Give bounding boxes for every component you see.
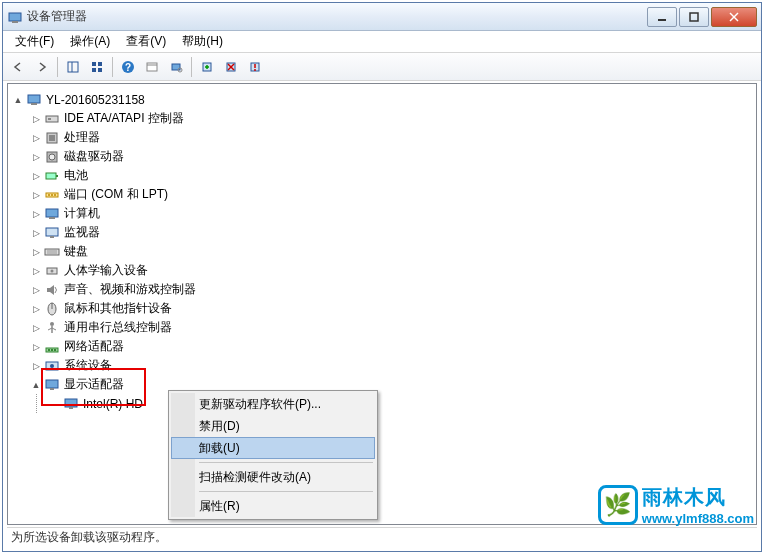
tree-node[interactable]: ▷IDE ATA/ATAPI 控制器 (30, 109, 752, 128)
tree-node[interactable]: ▷系统设备 (30, 356, 752, 375)
expand-icon[interactable]: ▷ (30, 303, 42, 315)
expand-icon[interactable]: ▷ (30, 132, 42, 144)
svg-point-37 (54, 194, 56, 196)
tree-node[interactable]: ▷端口 (COM 和 LPT) (30, 185, 752, 204)
menu-view[interactable]: 查看(V) (118, 31, 174, 52)
view-icon-button[interactable] (86, 56, 108, 78)
device-category-icon (44, 206, 60, 222)
help-button[interactable]: ? (117, 56, 139, 78)
expand-icon[interactable]: ▷ (30, 170, 42, 182)
collapse-icon[interactable]: ▲ (12, 94, 24, 106)
menu-file[interactable]: 文件(F) (7, 31, 62, 52)
collapse-icon[interactable]: ▲ (30, 379, 42, 391)
watermark-brand: 雨林木风 (642, 484, 754, 511)
tree-node[interactable]: ▷计算机 (30, 204, 752, 223)
node-label: 显示适配器 (64, 376, 124, 393)
maximize-button[interactable] (679, 7, 709, 27)
expand-icon[interactable]: ▷ (30, 284, 42, 296)
expand-icon[interactable]: ▷ (30, 360, 42, 372)
expand-icon[interactable]: ▷ (30, 227, 42, 239)
close-button[interactable] (711, 7, 757, 27)
expand-icon[interactable]: ▷ (30, 189, 42, 201)
root-label: YL-201605231158 (46, 93, 145, 107)
tree-root[interactable]: ▲ YL-201605231158 (12, 90, 752, 109)
tree-node[interactable]: ▷鼠标和其他指针设备 (30, 299, 752, 318)
node-label: 处理器 (64, 129, 100, 146)
expand-icon[interactable]: ▷ (30, 341, 42, 353)
menu-action[interactable]: 操作(A) (62, 31, 118, 52)
svg-rect-25 (31, 103, 37, 105)
tree-node[interactable]: ▷人体学输入设备 (30, 261, 752, 280)
node-label: IDE ATA/ATAPI 控制器 (64, 110, 184, 127)
expand-icon[interactable]: ▷ (30, 151, 42, 163)
device-category-icon (44, 225, 60, 241)
ctx-properties[interactable]: 属性(R) (171, 495, 375, 517)
status-text: 为所选设备卸载该驱动程序。 (11, 529, 167, 546)
tree-node[interactable]: ▷网络适配器 (30, 337, 752, 356)
node-label: 系统设备 (64, 357, 112, 374)
watermark-logo-icon: 🌿 (598, 485, 638, 525)
properties-button[interactable] (141, 56, 163, 78)
expand-icon[interactable]: ▷ (30, 208, 42, 220)
expand-icon[interactable]: ▷ (30, 322, 42, 334)
tree-node[interactable]: ▷键盘 (30, 242, 752, 261)
app-icon (7, 9, 23, 25)
svg-point-49 (50, 322, 54, 326)
node-label: 网络适配器 (64, 338, 124, 355)
device-category-icon (44, 282, 60, 298)
menu-help[interactable]: 帮助(H) (174, 31, 231, 52)
menubar: 文件(F) 操作(A) 查看(V) 帮助(H) (3, 31, 761, 53)
node-label: 电池 (64, 167, 88, 184)
node-label: 人体学输入设备 (64, 262, 148, 279)
svg-point-31 (49, 154, 55, 160)
svg-rect-29 (49, 135, 55, 141)
ctx-disable[interactable]: 禁用(D) (171, 415, 375, 437)
forward-button[interactable] (31, 56, 53, 78)
statusbar: 为所选设备卸载该驱动程序。 (7, 527, 757, 547)
svg-rect-10 (92, 68, 96, 72)
expand-icon[interactable]: ▷ (30, 113, 42, 125)
computer-icon (26, 92, 42, 108)
node-label: Intel(R) HD (83, 397, 143, 411)
node-label: 鼠标和其他指针设备 (64, 300, 172, 317)
titlebar: 设备管理器 (3, 3, 761, 31)
show-hide-button[interactable] (62, 56, 84, 78)
scan-button[interactable] (165, 56, 187, 78)
tree-node[interactable]: ▷磁盘驱动器 (30, 147, 752, 166)
svg-rect-55 (51, 349, 53, 351)
expand-icon[interactable]: ▷ (30, 265, 42, 277)
svg-point-36 (51, 194, 53, 196)
device-category-icon (44, 320, 60, 336)
toolbar: ? (3, 53, 761, 81)
ctx-update-driver[interactable]: 更新驱动程序软件(P)... (171, 393, 375, 415)
device-category-icon (44, 130, 60, 146)
tree-node[interactable]: ▷声音、视频和游戏控制器 (30, 280, 752, 299)
tree-node-intel-hd[interactable]: ▷Intel(R) HD (49, 394, 752, 413)
tree-node-display-adapter[interactable]: ▲显示适配器 (30, 375, 752, 394)
device-category-icon (44, 187, 60, 203)
uninstall-button[interactable] (220, 56, 242, 78)
tree-node[interactable]: ▷电池 (30, 166, 752, 185)
watermark-url: www.ylmf888.com (642, 511, 754, 526)
svg-rect-26 (46, 116, 58, 122)
svg-point-23 (254, 69, 256, 71)
tree-node[interactable]: ▷处理器 (30, 128, 752, 147)
update-driver-button[interactable] (196, 56, 218, 78)
svg-rect-40 (46, 228, 58, 236)
svg-rect-38 (46, 209, 58, 217)
disable-button[interactable] (244, 56, 266, 78)
toolbar-separator (57, 57, 58, 77)
svg-rect-60 (50, 388, 54, 390)
svg-rect-14 (147, 63, 157, 71)
minimize-button[interactable] (647, 7, 677, 27)
tree-node[interactable]: ▷通用串行总线控制器 (30, 318, 752, 337)
ctx-uninstall[interactable]: 卸载(U) (171, 437, 375, 459)
device-tree: ▲ YL-201605231158 ▷IDE ATA/ATAPI 控制器▷处理器… (8, 84, 756, 419)
expand-icon[interactable]: ▷ (30, 246, 42, 258)
svg-rect-33 (56, 175, 58, 177)
context-menu: 更新驱动程序软件(P)... 禁用(D) 卸载(U) 扫描检测硬件改动(A) 属… (168, 390, 378, 520)
tree-node[interactable]: ▷监视器 (30, 223, 752, 242)
device-category-icon (44, 244, 60, 260)
back-button[interactable] (7, 56, 29, 78)
ctx-scan-hardware[interactable]: 扫描检测硬件改动(A) (171, 466, 375, 488)
